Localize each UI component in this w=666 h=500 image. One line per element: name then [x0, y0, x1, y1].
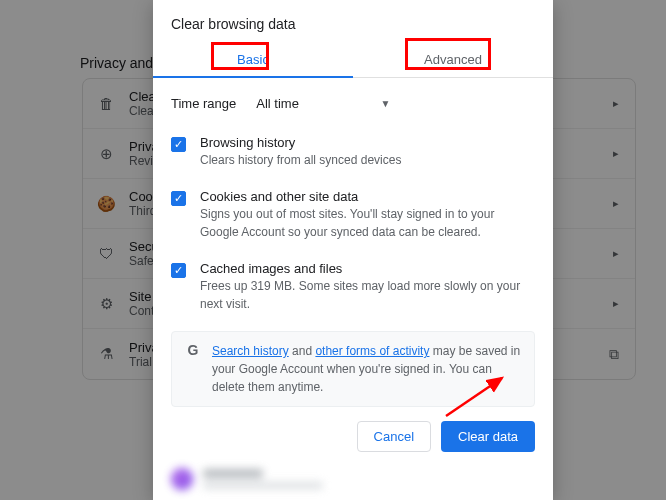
- tab-basic[interactable]: Basic: [153, 42, 353, 77]
- time-range-label: Time range: [171, 96, 236, 111]
- dialog-title: Clear browsing data: [153, 0, 553, 42]
- tab-label: Advanced: [424, 52, 482, 67]
- option-cookies: ✓ Cookies and other site data Signs you …: [171, 179, 535, 251]
- dialog-actions: Cancel Clear data: [153, 407, 553, 460]
- option-title: Cookies and other site data: [200, 189, 535, 204]
- chevron-down-icon: ▼: [380, 98, 390, 109]
- search-history-link[interactable]: Search history: [212, 344, 289, 358]
- checkbox-browsing-history[interactable]: ✓: [171, 137, 186, 152]
- clear-browsing-data-dialog: Clear browsing data Basic Advanced Time …: [153, 0, 553, 500]
- option-title: Cached images and files: [200, 261, 535, 276]
- avatar: [171, 468, 193, 490]
- tab-label: Basic: [237, 52, 269, 67]
- blurred-text-line: [203, 482, 323, 489]
- blurred-text-line: [203, 469, 263, 478]
- option-browsing-history: ✓ Browsing history Clears history from a…: [171, 125, 535, 179]
- time-range-select[interactable]: All time ▼: [248, 90, 398, 117]
- dialog-tabs: Basic Advanced: [153, 42, 553, 78]
- other-activity-link[interactable]: other forms of activity: [315, 344, 429, 358]
- option-title: Browsing history: [200, 135, 535, 150]
- clear-data-button[interactable]: Clear data: [441, 421, 535, 452]
- blurred-account-row: [153, 460, 553, 498]
- option-cached: ✓ Cached images and files Frees up 319 M…: [171, 251, 535, 323]
- checkbox-cached[interactable]: ✓: [171, 263, 186, 278]
- option-sub: Frees up 319 MB. Some sites may load mor…: [200, 278, 535, 313]
- option-sub: Clears history from all synced devices: [200, 152, 535, 169]
- cancel-button[interactable]: Cancel: [357, 421, 431, 452]
- checkbox-cookies[interactable]: ✓: [171, 191, 186, 206]
- options-list: ✓ Browsing history Clears history from a…: [153, 121, 553, 323]
- google-logo-icon: G: [184, 342, 202, 360]
- time-range-row: Time range All time ▼: [153, 78, 553, 121]
- tab-advanced[interactable]: Advanced: [353, 42, 553, 77]
- option-sub: Signs you out of most sites. You'll stay…: [200, 206, 535, 241]
- time-range-value: All time: [256, 96, 299, 111]
- google-account-info: G Search history and other forms of acti…: [171, 331, 535, 407]
